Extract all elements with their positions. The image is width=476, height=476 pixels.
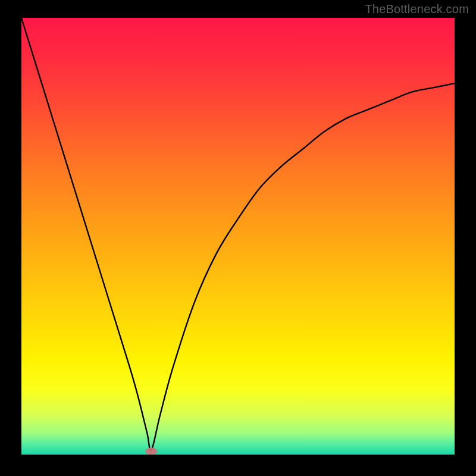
- watermark-text: TheBottleneck.com: [365, 2, 469, 16]
- minimum-marker: [145, 447, 157, 455]
- chart-frame: TheBottleneck.com: [0, 0, 476, 476]
- bottleneck-chart: [0, 0, 476, 476]
- plot-background: [21, 18, 455, 455]
